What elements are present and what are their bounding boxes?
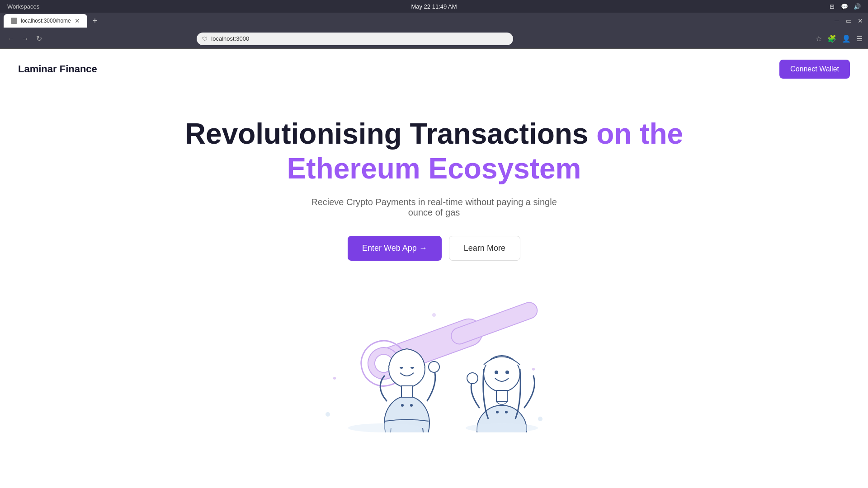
reload-button[interactable]: ↻ [34, 33, 44, 45]
connect-wallet-button[interactable]: Connect Wallet [779, 60, 850, 79]
bookmark-icon[interactable]: ☆ [816, 34, 822, 43]
enter-web-app-button[interactable]: Enter Web App → [348, 236, 442, 261]
svg-point-16 [505, 371, 509, 374]
forward-button[interactable]: → [20, 33, 31, 45]
maximize-button[interactable]: ▭ [844, 17, 853, 25]
svg-point-15 [495, 371, 498, 374]
hero-subtitle: Recieve Crypto Payments in real-time wit… [298, 197, 570, 218]
svg-point-22 [466, 423, 538, 432]
taskbar-datetime: May 22 11:49 AM [411, 3, 457, 10]
tab-title: localhost:3000/home [21, 18, 71, 24]
security-icon: 🛡 [202, 36, 208, 42]
svg-rect-17 [496, 390, 507, 402]
svg-point-26 [326, 412, 330, 417]
hero-title-part1: Revolutionising Transactions [185, 117, 596, 150]
learn-more-button[interactable]: Learn More [449, 236, 520, 261]
svg-point-11 [401, 404, 404, 407]
minimize-button[interactable]: ─ [833, 17, 841, 25]
profile-icon[interactable]: 👤 [842, 34, 851, 43]
svg-point-27 [538, 417, 542, 421]
hero-section: Revolutionising Transactions on the Ethe… [0, 89, 868, 450]
extensions-icon[interactable]: 🧩 [827, 34, 836, 43]
close-button[interactable]: ✕ [856, 17, 864, 25]
tab-close-button[interactable]: ✕ [75, 17, 80, 24]
menu-icon[interactable]: ☰ [856, 34, 863, 43]
new-tab-button[interactable]: + [89, 16, 101, 26]
browser-tab-bar: localhost:3000/home ✕ + ─ ▭ ✕ [0, 13, 868, 29]
hero-title-highlight: on the [596, 117, 683, 150]
address-bar-row: ← → ↻ 🛡 localhost:3000 ☆ 🧩 👤 ☰ [0, 29, 868, 49]
hero-illustration [294, 288, 574, 432]
hero-buttons: Enter Web App → Learn More [18, 236, 850, 261]
svg-point-24 [532, 368, 535, 371]
window-controls: ─ ▭ ✕ [833, 17, 864, 25]
address-bar[interactable]: 🛡 localhost:3000 [197, 33, 513, 45]
svg-point-12 [410, 404, 413, 407]
hero-title-line2: Ethereum Ecosystem [287, 152, 581, 185]
back-button[interactable]: ← [5, 33, 16, 45]
address-text: localhost:3000 [211, 35, 249, 42]
taskbar-workspaces[interactable]: Workspaces [7, 3, 39, 10]
hero-illustration-container [18, 288, 850, 432]
svg-point-23 [333, 377, 336, 380]
tab-favicon [11, 18, 17, 24]
svg-point-21 [348, 423, 420, 432]
browser-actions: ☆ 🧩 👤 ☰ [816, 34, 863, 43]
taskbar-grid-icon[interactable]: ⊞ [828, 3, 835, 10]
svg-rect-9 [401, 386, 412, 397]
svg-point-20 [505, 411, 508, 413]
taskbar-chat-icon[interactable]: 💬 [841, 3, 848, 10]
browser-tabs: localhost:3000/home ✕ + [4, 14, 829, 28]
taskbar-volume-icon[interactable]: 🔊 [854, 3, 861, 10]
svg-point-25 [432, 313, 436, 317]
site-nav: Laminar Finance Connect Wallet [0, 49, 868, 89]
hero-title: Revolutionising Transactions on the Ethe… [18, 117, 850, 186]
site-logo: Laminar Finance [18, 63, 97, 75]
svg-point-10 [429, 361, 439, 372]
os-taskbar: Workspaces May 22 11:49 AM ⊞ 💬 🔊 [0, 0, 868, 13]
webpage: Laminar Finance Connect Wallet Revolutio… [0, 49, 868, 488]
svg-point-18 [467, 373, 478, 384]
browser-tab-active[interactable]: localhost:3000/home ✕ [4, 14, 87, 28]
taskbar-right: ⊞ 💬 🔊 [828, 3, 861, 10]
svg-point-19 [496, 411, 499, 413]
